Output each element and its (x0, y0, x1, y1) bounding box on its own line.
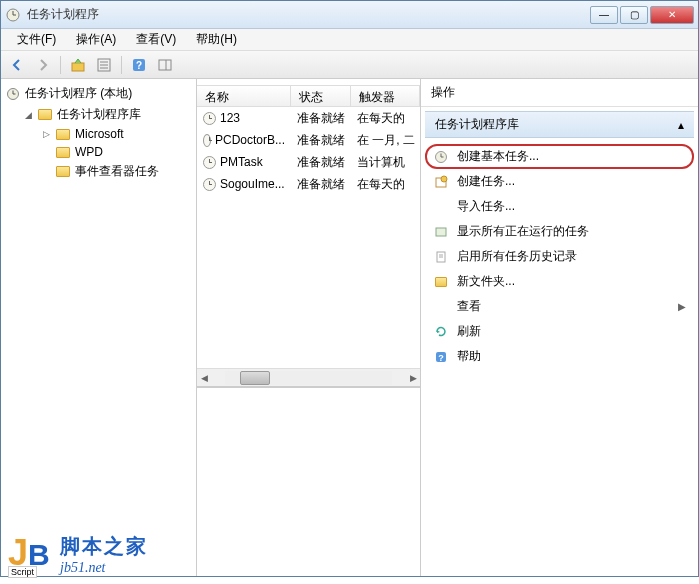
folder-icon (55, 145, 71, 159)
action-view[interactable]: 查看 ▶ (425, 294, 694, 319)
window-title: 任务计划程序 (27, 6, 590, 23)
task-row[interactable]: 123 准备就绪 在每天的 (197, 107, 420, 129)
action-label: 启用所有任务历史记录 (457, 248, 577, 265)
action-label: 查看 (457, 298, 481, 315)
folder-icon (55, 127, 71, 141)
back-button[interactable] (5, 54, 29, 76)
content-area: 任务计划程序 (本地) ◢ 任务计划程序库 ▷ Microsoft (1, 79, 698, 576)
tree-item-wpd[interactable]: WPD (41, 143, 192, 161)
folder-icon (55, 165, 71, 179)
watermark-script: Script (8, 566, 37, 578)
svg-rect-3 (72, 63, 84, 71)
maximize-button[interactable]: ▢ (620, 6, 648, 24)
svg-rect-10 (159, 60, 171, 70)
pane-button[interactable] (153, 54, 177, 76)
toolbar-separator (60, 56, 61, 74)
task-list-panel: 名称 状态 触发器 123 准备就绪 在每天的 PCDoctorB... 准备就… (197, 79, 421, 576)
svg-point-19 (441, 176, 447, 182)
watermark-logo: JB Script (8, 532, 52, 576)
svg-text:?: ? (136, 60, 142, 71)
task-trigger: 当计算机 (351, 152, 420, 173)
action-create-basic-task[interactable]: 创建基本任务... (425, 144, 694, 169)
watermark: JB Script 脚本之家 jb51.net (8, 532, 148, 576)
header-trigger[interactable]: 触发器 (351, 86, 420, 106)
tree-item-label: 事件查看器任务 (75, 163, 159, 180)
menu-help[interactable]: 帮助(H) (186, 29, 247, 50)
toolbar: ? (1, 51, 698, 79)
task-row[interactable]: PCDoctorB... 准备就绪 在 一月, 二 (197, 129, 420, 151)
task-row[interactable]: SogouIme... 准备就绪 在每天的 (197, 173, 420, 195)
list-body: 123 准备就绪 在每天的 PCDoctorB... 准备就绪 在 一月, 二 … (197, 107, 420, 368)
chevron-right-icon: ▶ (678, 301, 686, 312)
titlebar[interactable]: 任务计划程序 — ▢ ✕ (1, 1, 698, 29)
clock-icon (5, 87, 21, 101)
menu-action[interactable]: 操作(A) (66, 29, 126, 50)
clock-icon (433, 149, 449, 165)
expander-icon[interactable]: ◢ (23, 109, 34, 120)
close-button[interactable]: ✕ (650, 6, 694, 24)
scroll-thumb[interactable] (240, 371, 270, 385)
action-label: 创建基本任务... (457, 148, 539, 165)
help-icon: ? (433, 349, 449, 365)
tree-root[interactable]: 任务计划程序 (本地) (5, 83, 192, 104)
help-button[interactable]: ? (127, 54, 151, 76)
task-status: 准备就绪 (291, 108, 351, 129)
task-status: 准备就绪 (291, 130, 351, 151)
import-icon (433, 199, 449, 215)
app-icon (5, 7, 21, 23)
window-controls: — ▢ ✕ (590, 6, 694, 24)
toolbar-separator (121, 56, 122, 74)
actions-section-header[interactable]: 任务计划程序库 ▴ (425, 111, 694, 138)
properties-button[interactable] (92, 54, 116, 76)
action-create-task[interactable]: 创建任务... (425, 169, 694, 194)
tree-library-label: 任务计划程序库 (57, 106, 141, 123)
action-label: 新文件夹... (457, 273, 515, 290)
watermark-url: jb51.net (60, 560, 148, 576)
task-row[interactable]: PMTask 准备就绪 当计算机 (197, 151, 420, 173)
minimize-button[interactable]: — (590, 6, 618, 24)
tree-item-eventviewer[interactable]: 事件查看器任务 (41, 161, 192, 182)
tree-item-microsoft[interactable]: ▷ Microsoft (41, 125, 192, 143)
header-name[interactable]: 名称 (197, 86, 291, 106)
task-trigger: 在 一月, 二 (351, 130, 420, 151)
task-new-icon (433, 174, 449, 190)
action-refresh[interactable]: 刷新 (425, 319, 694, 344)
actions-header-label: 任务计划程序库 (435, 116, 519, 133)
history-icon (433, 249, 449, 265)
scroll-left-icon[interactable]: ◀ (197, 371, 211, 385)
task-status: 准备就绪 (291, 152, 351, 173)
tree-library[interactable]: ◢ 任务计划程序库 (23, 104, 192, 125)
task-status: 准备就绪 (291, 174, 351, 195)
action-help[interactable]: ? 帮助 (425, 344, 694, 369)
svg-text:?: ? (438, 352, 444, 362)
task-name: SogouIme... (220, 177, 285, 191)
task-name: PCDoctorB... (215, 133, 285, 147)
scroll-track[interactable] (225, 371, 392, 385)
action-label: 导入任务... (457, 198, 515, 215)
watermark-cn: 脚本之家 (60, 533, 148, 560)
action-new-folder[interactable]: 新文件夹... (425, 269, 694, 294)
expander-icon[interactable]: ▷ (41, 129, 52, 140)
menu-file[interactable]: 文件(F) (7, 29, 66, 50)
task-trigger: 在每天的 (351, 174, 420, 195)
tree-item-label: WPD (75, 145, 103, 159)
action-enable-history[interactable]: 启用所有任务历史记录 (425, 244, 694, 269)
action-label: 创建任务... (457, 173, 515, 190)
collapse-icon[interactable]: ▴ (678, 118, 684, 132)
action-import-task[interactable]: 导入任务... (425, 194, 694, 219)
list-header: 名称 状态 触发器 (197, 85, 420, 107)
header-status[interactable]: 状态 (291, 86, 351, 106)
action-show-running[interactable]: 显示所有正在运行的任务 (425, 219, 694, 244)
scroll-right-icon[interactable]: ▶ (406, 371, 420, 385)
task-name: 123 (220, 111, 240, 125)
menu-view[interactable]: 查看(V) (126, 29, 186, 50)
up-button[interactable] (66, 54, 90, 76)
forward-button[interactable] (31, 54, 55, 76)
tree-panel[interactable]: 任务计划程序 (本地) ◢ 任务计划程序库 ▷ Microsoft (1, 79, 197, 576)
horizontal-scrollbar[interactable]: ◀ ▶ (197, 368, 420, 386)
clock-icon (203, 134, 211, 147)
actions-title: 操作 (421, 79, 698, 107)
folder-icon (37, 108, 53, 122)
clock-icon (203, 156, 216, 169)
actions-list: 创建基本任务... 创建任务... 导入任务... 显示所有正在运行的任务 启用… (421, 142, 698, 371)
